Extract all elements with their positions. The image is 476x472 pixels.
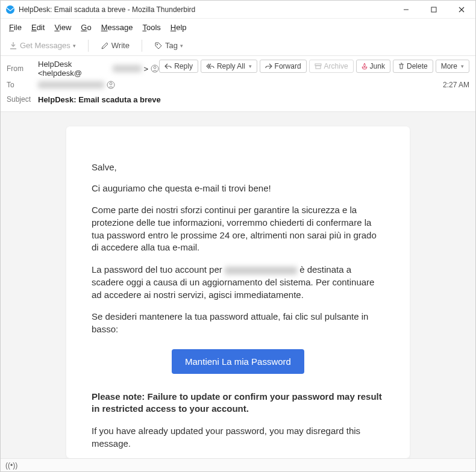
more-button[interactable]: More▾ (436, 60, 469, 73)
flame-icon (362, 63, 368, 70)
window-controls (392, 1, 475, 19)
subject-value: HelpDesk: Email scaduta a breve (38, 95, 469, 104)
tag-button[interactable]: Tag ▾ (151, 39, 187, 52)
chevron-down-icon: ▾ (249, 63, 252, 69)
svg-point-0 (6, 5, 14, 14)
from-row: From HelpDesk <helpdesk@> (7, 60, 159, 78)
chevron-down-icon: ▾ (180, 43, 183, 49)
greeting: Salve, (92, 161, 384, 174)
intro-text: Ci auguriamo che questa e-mail ti trovi … (92, 182, 384, 195)
reply-all-button[interactable]: Reply All▾ (201, 60, 257, 73)
menu-edit[interactable]: Edit (28, 22, 48, 33)
app-icon (5, 5, 15, 14)
archive-button[interactable]: Archive (309, 60, 354, 73)
status-bar: ((•)) (1, 458, 475, 471)
toolbar: Get Messages ▾ Write Tag ▾ (1, 36, 475, 56)
svg-rect-9 (316, 66, 321, 69)
download-icon (9, 42, 17, 50)
maximize-button[interactable] (420, 1, 448, 19)
action-bar: Reply Reply All▾ Forward Archive Junk De… (159, 60, 469, 73)
email-headers: From HelpDesk <helpdesk@> Reply Reply Al… (1, 56, 475, 112)
menu-message[interactable]: Message (98, 22, 137, 33)
svg-point-5 (157, 44, 158, 45)
cta-container: Mantieni La mia Password (92, 349, 384, 374)
paragraph-2: La password del tuo account per è destin… (92, 264, 384, 301)
delete-button[interactable]: Delete (393, 60, 433, 73)
to-row: To 2:27 AM (7, 78, 469, 92)
to-label: To (7, 81, 33, 89)
redacted-domain (113, 65, 141, 72)
menu-go[interactable]: Go (77, 22, 95, 33)
paragraph-3: Se desideri mantenere la tua password at… (92, 311, 384, 335)
write-label: Write (111, 41, 130, 50)
keep-password-button[interactable]: Mantieni La mia Password (172, 349, 304, 374)
to-value (38, 81, 438, 89)
tag-icon (154, 42, 163, 50)
disregard-text: If you have already updated your passwor… (92, 425, 384, 450)
contact-icon[interactable] (151, 64, 159, 73)
svg-point-7 (154, 66, 156, 69)
contact-icon[interactable] (107, 81, 115, 89)
warning-text: Please note: Failure to update or confir… (92, 391, 384, 415)
archive-icon (315, 63, 322, 69)
reply-button[interactable]: Reply (159, 60, 198, 73)
get-messages-button[interactable]: Get Messages ▾ (5, 39, 80, 52)
chevron-down-icon: ▾ (73, 43, 76, 49)
get-messages-label: Get Messages (20, 41, 70, 50)
close-button[interactable] (448, 1, 475, 19)
timestamp: 2:27 AM (443, 81, 469, 89)
svg-point-11 (110, 82, 112, 85)
subject-label: Subject (7, 95, 33, 104)
separator (88, 40, 89, 52)
from-value: HelpDesk <helpdesk@> (38, 60, 159, 78)
pencil-icon (101, 42, 109, 50)
redacted-recipient (38, 81, 104, 88)
reply-icon (164, 63, 172, 69)
menubar: File Edit View Go Message Tools Help (1, 19, 475, 36)
separator (142, 40, 142, 52)
menu-file[interactable]: File (5, 22, 25, 33)
svg-rect-2 (431, 7, 436, 12)
titlebar: HelpDesk: Email scaduta a breve - Mozill… (1, 1, 475, 19)
trash-icon (398, 63, 404, 70)
menu-tools[interactable]: Tools (139, 22, 164, 33)
forward-icon (265, 63, 272, 69)
minimize-button[interactable] (392, 1, 420, 19)
chevron-down-icon: ▾ (461, 63, 464, 69)
from-label: From (7, 64, 33, 73)
app-window: HelpDesk: Email scaduta a breve - Mozill… (0, 0, 476, 472)
forward-button[interactable]: Forward (260, 60, 307, 73)
window-title: HelpDesk: Email scaduta a breve - Mozill… (19, 5, 392, 14)
menu-view[interactable]: View (51, 22, 75, 33)
subject-row: Subject HelpDesk: Email scaduta a breve (7, 92, 469, 107)
write-button[interactable]: Write (97, 39, 133, 52)
tag-label: Tag (165, 41, 178, 50)
menu-help[interactable]: Help (167, 22, 190, 33)
redacted-email (225, 267, 297, 275)
online-status-icon[interactable]: ((•)) (5, 461, 17, 470)
email-content-card: Salve, Ci auguriamo che questa e-mail ti… (66, 126, 410, 458)
reply-all-icon (206, 63, 215, 69)
email-body-area: Salve, Ci auguriamo che questa e-mail ti… (1, 112, 475, 458)
paragraph-1: Come parte dei nostri sforzi continui pe… (92, 204, 384, 254)
junk-button[interactable]: Junk (356, 60, 390, 73)
